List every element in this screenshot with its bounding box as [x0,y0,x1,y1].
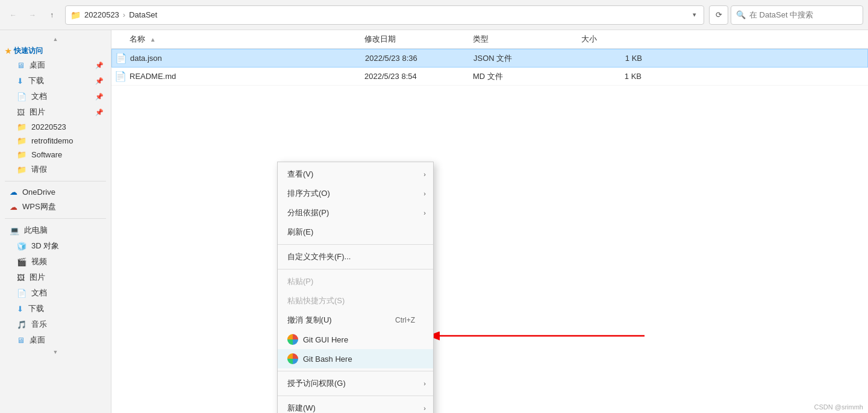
3d-icon: 🧊 [17,242,27,251]
sidebar-item-video[interactable]: 🎬 视频 [2,254,108,270]
forward-button[interactable]: → [24,7,41,24]
ctx-item-paste[interactable]: 粘贴(P) [278,272,433,291]
address-bar[interactable]: 📁 20220523 › DataSet ▾ [65,5,704,25]
sidebar-item-documents[interactable]: 📄 文档 📌 [2,89,108,104]
watermark: CSDN @srimmh [814,403,863,411]
search-icon: 🔍 [736,10,746,19]
ctx-item-group[interactable]: 分组依据(P) › [278,203,433,222]
git-gui-icon [287,334,298,345]
sidebar-item-documents2[interactable]: 📄 文档 [2,285,108,301]
sidebar-item-onedrive[interactable]: ☁ OneDrive [2,185,108,199]
sidebar-item-label: OneDrive [22,188,55,197]
sidebar-item-label: 下载 [28,303,44,314]
sidebar-divider-1 [5,181,106,181]
picture-icon: 🖼 [17,108,25,117]
sidebar-item-label: 文档 [31,288,47,298]
submenu-arrow-icon: › [423,405,426,412]
folder-icon: 📁 [17,150,27,159]
git-bash-icon [287,353,298,364]
file-type: MD 文件 [473,71,581,82]
sidebar-item-desktop[interactable]: 🖥 桌面 📌 [2,57,108,73]
search-input[interactable] [749,10,846,19]
sidebar-item-label: 图片 [30,272,45,283]
sidebar-item-downloads2[interactable]: ⬇ 下载 [2,301,108,317]
ctx-item-label: 自定义文件夹(F)... [287,251,351,262]
file-name: README.md [130,72,364,81]
refresh-button[interactable]: ⟳ [709,5,728,25]
file-icon: 📄 [112,52,130,64]
sidebar-item-label: 视频 [31,256,47,267]
context-menu: 查看(V) › 排序方式(O) › 分组依据(P) › 刷新(E) 自定义文件夹… [277,162,434,413]
path-part-1: 20220523 [84,10,119,19]
file-list-header: 名称 ▲ 修改日期 类型 大小 [111,30,868,49]
sidebar-item-label: 文档 [31,91,47,102]
sidebar: ▲ ★ 快速访问 🖥 桌面 📌 ⬇ 下载 📌 📄 文档 📌 🖼 图片 📌 📁 [0,30,111,413]
ctx-item-label: 粘贴(P) [287,276,313,287]
file-row-data-json[interactable]: 📄 data.json 2022/5/23 8:36 JSON 文件 1 KB [111,49,868,68]
main-layout: ▲ ★ 快速访问 🖥 桌面 📌 ⬇ 下载 📌 📄 文档 📌 🖼 图片 📌 📁 [0,30,868,413]
ctx-item-label: 排序方式(O) [287,188,330,199]
ctx-item-new[interactable]: 新建(W) › [278,399,433,413]
back-button[interactable]: ← [5,7,22,24]
folder-icon: 📁 [70,10,81,20]
ctx-item-grant-access[interactable]: 授予访问权限(G) › [278,374,433,393]
ctx-item-label: 刷新(E) [287,227,313,238]
col-header-size[interactable]: 大小 [581,34,654,45]
sidebar-item-20220523[interactable]: 📁 20220523 [2,120,108,134]
computer-icon: 💻 [10,226,19,235]
sidebar-item-retrofitdemo[interactable]: 📁 retrofitdemo [2,134,108,148]
ctx-item-label: 粘贴快捷方式(S) [287,295,345,306]
up-button[interactable]: ↑ [43,7,60,24]
sidebar-item-label: 3D 对象 [31,241,59,251]
ctx-item-customize-folder[interactable]: 自定义文件夹(F)... [278,247,433,266]
ctx-item-label: 新建(W) [287,403,316,413]
sidebar-divider-2 [5,218,106,219]
pin-icon: 📌 [95,77,104,85]
ctx-item-git-bash[interactable]: Git Bash Here [278,349,433,368]
sidebar-item-thispc[interactable]: 💻 此电脑 [2,222,108,238]
sidebar-item-wps[interactable]: ☁ WPS网盘 [2,199,108,215]
sidebar-item-label: 桌面 [30,335,45,345]
ctx-divider-3 [278,371,433,371]
ctx-item-git-gui[interactable]: Git GUI Here [278,330,433,349]
submenu-arrow-icon: › [423,380,426,387]
file-size: 1 KB [581,72,654,81]
ctx-item-label: 查看(V) [287,169,313,180]
ctx-item-view[interactable]: 查看(V) › [278,165,433,184]
ctx-divider-2 [278,269,433,270]
col-header-date[interactable]: 修改日期 [364,34,473,45]
ctx-item-paste-shortcut[interactable]: 粘贴快捷方式(S) [278,291,433,311]
sidebar-quick-access-header[interactable]: ★ 快速访问 [0,43,111,57]
sidebar-item-3d[interactable]: 🧊 3D 对象 [2,238,108,254]
file-type: JSON 文件 [473,53,582,64]
wps-icon: ☁ [10,203,17,212]
sidebar-item-qingjia[interactable]: 📁 请假 [2,162,108,177]
ctx-divider-4 [278,396,433,396]
col-header-type[interactable]: 类型 [473,34,581,45]
sidebar-item-music[interactable]: 🎵 音乐 [2,317,108,332]
path-part-2: DataSet [129,10,157,19]
video-icon: 🎬 [17,257,27,266]
ctx-item-undo-copy[interactable]: 撤消 复制(U) Ctrl+Z [278,311,433,330]
folder-icon: 📁 [17,136,27,145]
col-header-name[interactable]: 名称 ▲ [111,34,364,45]
path-separator: › [123,10,125,19]
document-icon: 📄 [17,289,27,298]
ctx-item-refresh[interactable]: 刷新(E) [278,222,433,242]
submenu-arrow-icon: › [423,209,426,216]
search-bar[interactable]: 🔍 [731,5,863,25]
sidebar-item-pictures2[interactable]: 🖼 图片 [2,270,108,285]
sidebar-item-pictures[interactable]: 🖼 图片 📌 [2,104,108,120]
sidebar-item-label: 请假 [31,164,47,175]
sidebar-item-desktop2[interactable]: 🖥 桌面 [2,332,108,348]
ctx-item-sort[interactable]: 排序方式(O) › [278,184,433,203]
file-date: 2022/5/23 8:54 [364,72,473,81]
file-row-readme[interactable]: 📄 README.md 2022/5/23 8:54 MD 文件 1 KB [111,68,868,86]
desktop-icon: 🖥 [17,336,25,345]
file-area: 名称 ▲ 修改日期 类型 大小 📄 data.json 2022/5/23 8:… [111,30,868,413]
onedrive-icon: ☁ [10,188,17,197]
sidebar-item-downloads[interactable]: ⬇ 下载 📌 [2,73,108,89]
sidebar-item-software[interactable]: 📁 Software [2,148,108,162]
address-dropdown-button[interactable]: ▾ [690,10,699,20]
sort-indicator: ▲ [150,36,156,43]
